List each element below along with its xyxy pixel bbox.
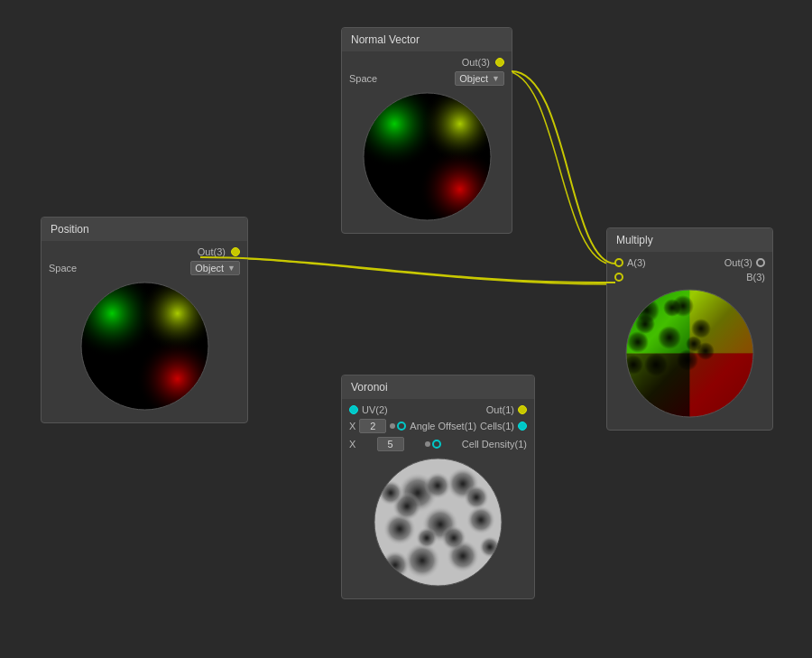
voronoi-uv-socket[interactable] [349, 405, 358, 414]
multiply-header: Multiply [607, 228, 772, 252]
position-out-socket[interactable] [231, 247, 240, 256]
position-space-label: Space [49, 263, 77, 273]
voronoi-out1-socket[interactable] [518, 405, 527, 414]
position-node: Position Out(3) Space Object ▼ [41, 217, 248, 423]
voronoi-angle-dot [390, 423, 395, 429]
voronoi-preview [373, 457, 503, 588]
voronoi-angle-socket[interactable] [397, 422, 406, 431]
position-space-dropdown[interactable]: Object ▼ [190, 261, 240, 275]
normal-vector-space-dropdown[interactable]: Object ▼ [455, 71, 504, 86]
normal-vector-node: Normal Vector Out(3) Space Object ▼ [341, 27, 512, 234]
voronoi-title: Voronoi [351, 381, 388, 394]
voronoi-uv-label: UV(2) [362, 404, 388, 415]
voronoi-header: Voronoi [342, 375, 534, 399]
voronoi-val1-input[interactable] [359, 419, 386, 433]
voronoi-angle-label: Angle Offset(1) [410, 421, 476, 431]
normal-vector-out-label: Out(3) [462, 57, 490, 68]
multiply-out-label: Out(3) [724, 257, 752, 268]
normal-vector-title: Normal Vector [351, 33, 420, 46]
position-preview [79, 281, 210, 412]
normal-vector-header: Normal Vector [342, 28, 512, 51]
voronoi-out1-label: Out(1) [486, 404, 514, 415]
normal-vector-space-value: Object [459, 73, 488, 84]
position-title: Position [51, 223, 89, 236]
multiply-b-socket[interactable] [614, 273, 623, 282]
normal-vector-space-arrow: ▼ [492, 74, 500, 83]
position-space-value: Object [195, 263, 224, 273]
normal-vector-space-label: Space [349, 73, 377, 84]
voronoi-val2-input[interactable] [377, 437, 404, 451]
multiply-a-socket[interactable] [614, 258, 623, 267]
multiply-a-label: A(3) [627, 257, 646, 268]
multiply-title: Multiply [616, 234, 653, 246]
voronoi-x-label1: X [349, 421, 355, 431]
multiply-b-label: B(3) [746, 272, 765, 283]
voronoi-cells-socket[interactable] [518, 422, 527, 431]
position-node-header: Position [42, 218, 247, 241]
voronoi-node: Voronoi UV(2) Out(1) X Angle Offset [341, 375, 535, 599]
position-space-arrow: ▼ [227, 264, 235, 273]
voronoi-cells-label: Cells(1) [480, 421, 514, 431]
position-out-label: Out(3) [198, 246, 226, 257]
voronoi-x-label2: X [349, 439, 355, 449]
multiply-node: Multiply A(3) Out(3) B(3) [606, 227, 773, 431]
normal-vector-out-socket[interactable] [495, 58, 504, 67]
voronoi-density-dot [425, 441, 430, 447]
normal-vector-preview [362, 91, 493, 222]
voronoi-density-socket[interactable] [432, 440, 441, 449]
multiply-preview [620, 288, 760, 419]
voronoi-density-label: Cell Density(1) [462, 439, 527, 449]
multiply-out-socket[interactable] [756, 258, 765, 267]
